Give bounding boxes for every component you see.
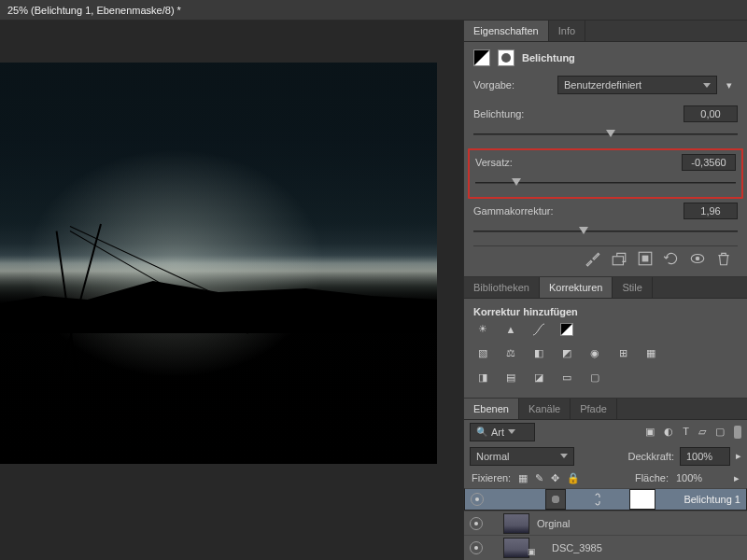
canvas-area[interactable] bbox=[0, 21, 463, 560]
tab-libraries[interactable]: Bibliotheken bbox=[464, 277, 540, 298]
chevron-down-icon bbox=[508, 429, 515, 434]
reset-icon[interactable] bbox=[663, 250, 680, 265]
filter-toggle[interactable] bbox=[734, 426, 741, 439]
vibrance-icon[interactable]: ▧ bbox=[473, 345, 492, 362]
exposure-slider[interactable] bbox=[473, 128, 738, 141]
layer-filter-dropdown[interactable]: 🔍 Art bbox=[470, 423, 535, 441]
gradient-map-icon[interactable]: ▭ bbox=[557, 370, 576, 386]
preset-menu-button[interactable]: ▾ bbox=[721, 79, 738, 91]
color-lookup-icon[interactable]: ▦ bbox=[641, 345, 660, 362]
photo-filter-icon[interactable]: ◉ bbox=[585, 345, 604, 362]
preset-label: Vorgabe: bbox=[473, 79, 557, 91]
adjustments-title: Korrektur hinzufügen bbox=[473, 306, 578, 317]
opacity-label: Deckkraft: bbox=[627, 451, 674, 462]
layer-filter-row: 🔍 Art ▣ ◐ T ▱ ▢ bbox=[464, 420, 747, 444]
blend-mode-value: Normal bbox=[476, 451, 509, 462]
exposure-value[interactable]: 0,00 bbox=[684, 105, 738, 122]
mask-thumb[interactable] bbox=[629, 489, 655, 510]
adjustments-row2: ▧ ⚖ ◧ ◩ ◉ ⊞ ▦ bbox=[473, 342, 738, 366]
main-area: Eigenschaften Info Belichtung Vorgabe: B… bbox=[0, 21, 747, 560]
fill-scrubber[interactable]: ▸ bbox=[734, 472, 740, 484]
mask-icon[interactable] bbox=[498, 49, 514, 66]
adjustment-name: Belichtung bbox=[522, 52, 575, 63]
brightness-icon[interactable]: ☀ bbox=[473, 321, 492, 338]
lock-transparency-icon[interactable]: ▦ bbox=[518, 472, 528, 484]
chevron-down-icon bbox=[560, 454, 568, 458]
filter-adjust-icon[interactable]: ◐ bbox=[664, 426, 673, 439]
document-title: 25% (Belichtung 1, Ebenenmaske/8) * bbox=[0, 0, 747, 21]
gamma-slider[interactable] bbox=[473, 225, 738, 238]
fill-label: Fläche: bbox=[635, 472, 669, 483]
filter-shape-icon[interactable]: ▱ bbox=[698, 426, 706, 439]
offset-highlight: Versatz: -0,3560 bbox=[468, 148, 743, 199]
right-panels: Eigenschaften Info Belichtung Vorgabe: B… bbox=[463, 21, 747, 560]
opacity-field[interactable]: 100% bbox=[680, 447, 730, 466]
layer-name[interactable]: Belichtung 1 bbox=[684, 494, 740, 505]
filter-pixel-icon[interactable]: ▣ bbox=[645, 426, 655, 439]
tab-paths[interactable]: Pfade bbox=[571, 399, 617, 419]
adjustments-row1: ☀ ▲ bbox=[473, 317, 738, 342]
tab-properties[interactable]: Eigenschaften bbox=[464, 21, 549, 41]
invert-icon[interactable]: ◨ bbox=[473, 370, 492, 386]
filter-smart-icon[interactable]: ▢ bbox=[715, 426, 725, 439]
adjustments-row3: ◨ ▤ ◪ ▭ ▢ bbox=[473, 366, 738, 390]
adjustment-thumb[interactable] bbox=[545, 489, 566, 510]
layer-thumb[interactable] bbox=[503, 538, 529, 558]
canvas-image[interactable] bbox=[0, 63, 437, 464]
tab-info[interactable]: Info bbox=[549, 21, 585, 41]
visibility-toggle[interactable] bbox=[470, 541, 483, 554]
lock-pixels-icon[interactable]: ✎ bbox=[535, 472, 543, 484]
blend-mode-row: Normal Deckkraft: 100% ▸ bbox=[464, 444, 747, 469]
fill-field[interactable]: 100% bbox=[676, 472, 726, 483]
layer-row[interactable]: Orginal bbox=[464, 511, 747, 536]
preset-dropdown[interactable]: Benutzerdefiniert bbox=[557, 76, 717, 94]
visibility-toggle[interactable] bbox=[470, 517, 483, 530]
tab-channels[interactable]: Kanäle bbox=[519, 399, 571, 419]
layer-filter-value: Art bbox=[491, 427, 504, 438]
visibility-icon[interactable] bbox=[689, 250, 706, 265]
posterize-icon[interactable]: ▤ bbox=[501, 370, 520, 386]
exposure-icon bbox=[473, 49, 490, 66]
hue-icon[interactable]: ⚖ bbox=[501, 345, 520, 362]
visibility-toggle[interactable] bbox=[471, 493, 484, 506]
layer-name[interactable]: DSC_3985 bbox=[552, 542, 602, 553]
eyedropper-icon[interactable] bbox=[585, 250, 601, 265]
fill-value: 100% bbox=[676, 472, 702, 483]
opacity-scrubber[interactable]: ▸ bbox=[736, 450, 741, 462]
layer-name[interactable]: Orginal bbox=[537, 518, 570, 529]
layer-row[interactable]: Belichtung 1 bbox=[464, 488, 747, 511]
blend-mode-dropdown[interactable]: Normal bbox=[470, 447, 574, 466]
clip-to-layer-icon[interactable] bbox=[611, 250, 627, 265]
link-icon[interactable] bbox=[594, 493, 601, 506]
chevron-down-icon bbox=[703, 83, 711, 88]
filter-type-icon[interactable]: T bbox=[683, 426, 689, 439]
trash-icon[interactable] bbox=[715, 250, 732, 265]
exposure-adj-icon[interactable] bbox=[557, 321, 576, 338]
offset-value[interactable]: -0,3560 bbox=[682, 154, 736, 171]
lock-position-icon[interactable]: ✥ bbox=[551, 472, 559, 484]
channel-mixer-icon[interactable]: ⊞ bbox=[613, 345, 632, 362]
gamma-value[interactable]: 1,96 bbox=[684, 203, 738, 219]
tab-styles[interactable]: Stile bbox=[613, 277, 652, 298]
properties-footer bbox=[473, 245, 738, 269]
curves-icon[interactable] bbox=[529, 321, 548, 338]
gamma-label: Gammakorrektur: bbox=[473, 205, 557, 217]
layer-row[interactable]: ▣ DSC_3985 bbox=[464, 535, 747, 560]
levels-icon[interactable]: ▲ bbox=[501, 321, 520, 338]
view-previous-icon[interactable] bbox=[637, 250, 654, 265]
colorbalance-icon[interactable]: ◧ bbox=[529, 345, 548, 362]
tab-layers[interactable]: Ebenen bbox=[464, 399, 519, 419]
offset-slider[interactable] bbox=[475, 176, 736, 189]
tab-adjustments[interactable]: Korrekturen bbox=[540, 277, 613, 298]
offset-label: Versatz: bbox=[475, 157, 559, 168]
preset-value: Benutzerdefiniert bbox=[564, 79, 641, 91]
threshold-icon[interactable]: ◪ bbox=[529, 370, 548, 386]
selective-color-icon[interactable]: ▢ bbox=[585, 370, 604, 386]
adjustments-body: Korrektur hinzufügen ☀ ▲ ▧ ⚖ ◧ ◩ ◉ ⊞ ▦ ◨… bbox=[464, 299, 747, 398]
properties-tabbar: Eigenschaften Info bbox=[464, 21, 747, 42]
svg-rect-0 bbox=[613, 257, 623, 265]
layer-thumb[interactable] bbox=[503, 513, 529, 534]
lock-all-icon[interactable]: 🔒 bbox=[567, 472, 580, 484]
lock-label: Fixieren: bbox=[472, 472, 511, 483]
bw-icon[interactable]: ◩ bbox=[557, 345, 576, 362]
